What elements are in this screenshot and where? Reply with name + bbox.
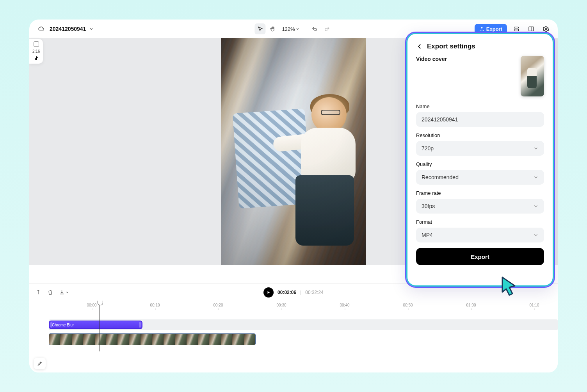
timeline-ruler[interactable]: 00:0000:1000:2000:3000:4000:5001:0001:10 xyxy=(49,303,558,312)
playhead[interactable] xyxy=(100,301,100,351)
project-dropdown-icon[interactable] xyxy=(89,27,94,31)
video-frame-thumb xyxy=(72,334,84,345)
export-confirm-button[interactable]: Export xyxy=(416,248,544,265)
chevron-down-icon xyxy=(533,146,539,151)
ruler-tick: 00:30 xyxy=(276,303,286,307)
clip-thumb[interactable] xyxy=(34,41,39,47)
hand-tool-icon[interactable] xyxy=(267,23,278,34)
delete-icon[interactable] xyxy=(48,289,53,295)
export-settings-panel: Export settings Video cover Name 2024120… xyxy=(406,33,554,287)
redo-icon[interactable] xyxy=(322,23,333,34)
video-frame-thumb xyxy=(187,334,198,345)
video-cover-thumb[interactable] xyxy=(521,56,544,96)
side-panel: 2:16 xyxy=(29,39,43,64)
video-frame-thumb xyxy=(198,334,210,345)
ruler-tick: 00:10 xyxy=(150,303,160,307)
svg-rect-1 xyxy=(514,29,519,31)
bottom-panel: 00:02:06 | 00:32:24 00:0000:1000:2000:30… xyxy=(29,283,558,372)
video-frame-thumb xyxy=(244,334,255,345)
format-label: Format xyxy=(416,219,544,225)
app-window: 202412050941 122% xyxy=(29,20,558,372)
pointer-tool-icon[interactable] xyxy=(254,23,265,34)
video-clip[interactable] xyxy=(49,333,256,345)
time-total: 00:32:24 xyxy=(305,290,324,295)
framerate-select[interactable]: 30fps xyxy=(416,199,544,214)
chevron-down-icon xyxy=(533,232,539,238)
chevron-down-icon xyxy=(296,27,300,31)
video-frame-thumb xyxy=(164,334,175,345)
video-frame-thumb xyxy=(118,334,129,345)
video-frame-thumb xyxy=(221,334,233,345)
download-icon[interactable] xyxy=(59,289,69,295)
chevron-down-icon xyxy=(66,290,69,294)
clip-duration: 2:16 xyxy=(32,49,40,53)
video-frame-thumb xyxy=(95,334,107,345)
ruler-tick: 00:40 xyxy=(340,303,349,307)
export-icon xyxy=(479,27,484,32)
project-name[interactable]: 202412050941 xyxy=(50,26,86,32)
tiktok-icon[interactable] xyxy=(34,56,39,61)
back-icon[interactable] xyxy=(416,43,423,50)
cursor-icon xyxy=(500,276,519,297)
video-preview xyxy=(221,38,366,265)
undo-icon[interactable] xyxy=(309,23,320,34)
format-select[interactable]: MP4 xyxy=(416,228,544,242)
video-frame-thumb xyxy=(60,334,72,345)
edit-pencil-icon[interactable] xyxy=(34,358,46,369)
name-input[interactable]: 202412050941 xyxy=(416,112,544,127)
chevron-down-icon xyxy=(533,203,539,209)
split-icon[interactable] xyxy=(36,289,42,295)
export-panel-title: Export settings xyxy=(427,43,475,50)
cloud-save-icon[interactable] xyxy=(36,23,46,34)
ruler-tick: 00:00 xyxy=(87,303,96,307)
video-frame-thumb xyxy=(141,334,152,345)
ruler-tick: 01:00 xyxy=(466,303,476,307)
video-frame-thumb xyxy=(175,334,187,345)
video-cover-label: Video cover xyxy=(416,56,447,62)
quality-label: Quality xyxy=(416,161,544,167)
play-icon xyxy=(267,290,270,294)
svg-rect-0 xyxy=(514,27,519,28)
video-frame-thumb xyxy=(210,334,221,345)
chevron-down-icon xyxy=(533,175,539,180)
quality-select[interactable]: Recommended xyxy=(416,170,544,185)
ruler-tick: 01:10 xyxy=(529,303,539,307)
framerate-label: Frame rate xyxy=(416,190,544,196)
effect-clip[interactable]: Chrome Blur xyxy=(49,321,142,329)
time-current: 00:02:06 xyxy=(277,290,296,295)
ruler-tick: 00:50 xyxy=(403,303,413,307)
play-button[interactable] xyxy=(263,287,274,298)
video-frame-thumb xyxy=(49,334,60,345)
video-frame-thumb xyxy=(84,334,95,345)
video-frame-thumb xyxy=(107,334,118,345)
zoom-level[interactable]: 122% xyxy=(282,26,299,32)
video-frame-thumb xyxy=(153,334,164,345)
ruler-tick: 00:20 xyxy=(213,303,223,307)
svg-point-4 xyxy=(545,28,547,30)
resolution-label: Resolution xyxy=(416,132,544,138)
video-frame-thumb xyxy=(130,334,141,345)
resolution-select[interactable]: 720p xyxy=(416,141,544,156)
video-frame-thumb xyxy=(233,334,244,345)
name-label: Name xyxy=(416,103,544,109)
timeline[interactable]: 00:0000:1000:2000:3000:4000:5001:0001:10… xyxy=(29,301,558,372)
